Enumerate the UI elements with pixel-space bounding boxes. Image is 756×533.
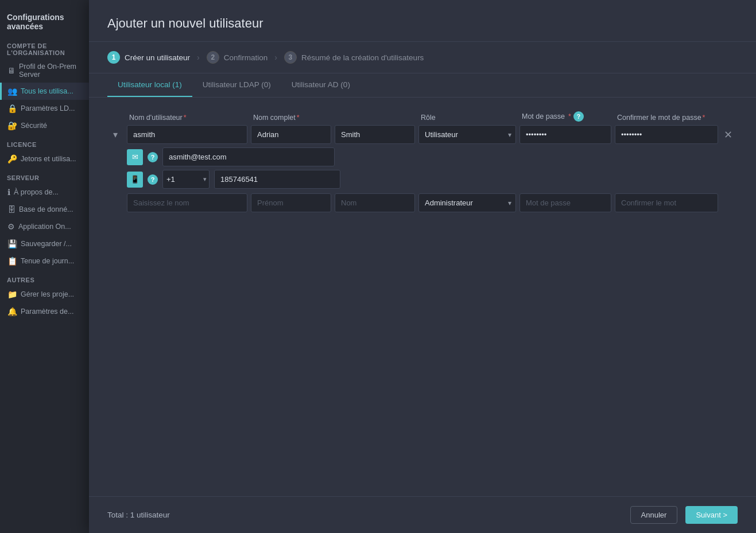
- phone-input[interactable]: [214, 170, 340, 189]
- sidebar-item-users[interactable]: 👥 Tous les utilisa...: [0, 83, 89, 100]
- logs-icon: 📋: [7, 256, 17, 266]
- sidebar-item-projects[interactable]: 📁 Gérer les proje...: [0, 286, 89, 303]
- database-icon: 🗄: [7, 205, 15, 214]
- sidebar-item-tokens-label: Jetons et utilisa...: [21, 155, 76, 163]
- password-input[interactable]: [519, 125, 611, 144]
- bell-icon: 🔔: [7, 307, 17, 316]
- sidebar-app-title: Configurations avancées: [0, 6, 89, 36]
- username-input-empty[interactable]: [127, 193, 247, 212]
- step-arrow-1: ›: [197, 53, 200, 62]
- role-select[interactable]: Utilisateur Administrateur: [418, 125, 516, 144]
- password-input-empty[interactable]: [519, 193, 611, 212]
- phone-icon: 📱: [127, 172, 143, 188]
- sidebar-section-autres: Autres: [0, 270, 89, 286]
- folder-icon: 📁: [7, 290, 17, 299]
- sidebar-item-database[interactable]: 🗄 Base de donné...: [0, 201, 89, 218]
- sidebar-item-backup-label: Sauvegarder /...: [21, 240, 72, 248]
- sidebar-item-ldap[interactable]: 🔒 Paramètres LD...: [0, 100, 89, 117]
- step-2-num: 2: [207, 51, 219, 64]
- col-header-password: Mot de passe* ?: [519, 111, 611, 122]
- confirm-password-input[interactable]: [615, 125, 718, 144]
- sidebar-item-notifications-label: Paramètres de...: [21, 308, 73, 316]
- step-arrow-2: ›: [274, 53, 277, 62]
- user-row-1: ▾ Utilisateur Administrateur ✕: [107, 125, 738, 144]
- lastname-input[interactable]: [335, 125, 415, 144]
- modal: Ajouter un nouvel utilisateur 1 Créer un…: [89, 0, 756, 533]
- sidebar-item-about[interactable]: ℹ À propos de...: [0, 184, 89, 201]
- step-3-num: 3: [284, 51, 297, 64]
- sidebar-item-application-label: Application On...: [18, 223, 71, 231]
- step-1-label: Créer un utilisateur: [125, 53, 190, 62]
- modal-footer: Total : 1 utilisateur Annuler Suivant >: [89, 496, 756, 533]
- email-input[interactable]: [162, 147, 335, 166]
- tab-local-user[interactable]: Utilisateur local (1): [107, 73, 192, 97]
- email-icon: ✉: [127, 149, 143, 165]
- sidebar-item-database-label: Base de donné...: [19, 205, 73, 213]
- sidebar-item-security[interactable]: 🔐 Sécurité: [0, 117, 89, 134]
- token-icon: 🔑: [7, 154, 17, 164]
- tab-ad-user[interactable]: Utilisateur AD (0): [281, 73, 360, 97]
- email-sub-row: ✉ ?: [107, 147, 738, 166]
- col-header-firstname: Nom complet*: [251, 114, 331, 122]
- role-select-empty-wrap: Administrateur Utilisateur: [418, 193, 516, 212]
- sidebar-item-application[interactable]: ⚙ Application On...: [0, 218, 89, 235]
- password-help-icon[interactable]: ?: [573, 111, 584, 122]
- tab-ldap-user[interactable]: Utilisateur LDAP (0): [192, 73, 281, 97]
- sidebar-item-ldap-label: Paramètres LD...: [21, 104, 75, 112]
- lastname-input-empty[interactable]: [335, 193, 415, 212]
- sidebar-item-profile[interactable]: 🖥 Profil de On-Prem Server: [0, 59, 89, 83]
- sidebar-item-profile-label: Profil de On-Prem Server: [19, 63, 83, 79]
- ldap-icon: 🔒: [7, 104, 17, 113]
- sidebar-section-licence: Licence: [0, 134, 89, 150]
- users-icon: 👥: [7, 87, 17, 96]
- main-content: Compte de l'organisation Tous les utilis…: [89, 0, 756, 533]
- sidebar-item-about-label: À propos de...: [14, 188, 59, 196]
- security-icon: 🔐: [7, 121, 17, 130]
- step-3: 3 Résumé de la création d'utilisateurs: [284, 51, 424, 64]
- sidebar-item-logs-label: Tenue de journ...: [21, 257, 74, 265]
- sidebar-section-server: Serveur: [0, 168, 89, 184]
- column-headers: Nom d'utilisateur* Nom complet* Rôle Mot…: [107, 111, 738, 122]
- role-select-empty[interactable]: Administrateur Utilisateur: [418, 193, 516, 212]
- confirm-password-input-empty[interactable]: [615, 193, 718, 212]
- server-icon: 🖥: [7, 66, 15, 75]
- sidebar-item-security-label: Sécurité: [21, 122, 47, 130]
- col-header-confirm-password: Confirmer le mot de passe*: [615, 114, 718, 122]
- role-select-wrap: Utilisateur Administrateur: [418, 125, 516, 144]
- backup-icon: 💾: [7, 239, 17, 248]
- col-header-username: Nom d'utilisateur*: [127, 114, 247, 122]
- username-input[interactable]: [127, 125, 247, 144]
- phone-prefix-select[interactable]: +1 +33 +44: [163, 170, 203, 188]
- email-help-icon[interactable]: ?: [148, 152, 158, 162]
- step-3-label: Résumé de la création d'utilisateurs: [301, 53, 424, 62]
- phone-help-icon[interactable]: ?: [148, 174, 158, 185]
- step-1-num: 1: [107, 51, 120, 64]
- sidebar-item-logs[interactable]: 📋 Tenue de journ...: [0, 252, 89, 270]
- row-toggle-button[interactable]: ▾: [111, 127, 120, 142]
- sidebar-item-notifications[interactable]: 🔔 Paramètres de...: [0, 303, 89, 320]
- sidebar-section-org: Compte de l'organisation: [0, 36, 89, 59]
- phone-prefix-wrap: +1 +33 +44 ▾: [162, 170, 210, 189]
- modal-header: Ajouter un nouvel utilisateur: [89, 0, 756, 42]
- firstname-input[interactable]: [251, 125, 331, 144]
- stepper: 1 Créer un utilisateur › 2 Confirmation …: [89, 42, 756, 73]
- firstname-input-empty[interactable]: [251, 193, 331, 212]
- form-area: Nom d'utilisateur* Nom complet* Rôle Mot…: [89, 98, 756, 496]
- total-label: Total : 1 utilisateur: [107, 511, 170, 519]
- step-2-label: Confirmation: [224, 53, 268, 62]
- info-icon: ℹ: [7, 188, 10, 197]
- sidebar-item-tokens[interactable]: 🔑 Jetons et utilisa...: [0, 150, 89, 168]
- col-header-role: Rôle: [418, 114, 516, 122]
- delete-row-button[interactable]: ✕: [722, 126, 745, 143]
- sidebar: Configurations avancées Compte de l'orga…: [0, 0, 89, 533]
- sidebar-item-users-label: Tous les utilisa...: [21, 87, 73, 95]
- next-button[interactable]: Suivant >: [685, 506, 738, 524]
- modal-overlay: Ajouter un nouvel utilisateur 1 Créer un…: [89, 0, 756, 533]
- cancel-button[interactable]: Annuler: [630, 506, 678, 524]
- step-2: 2 Confirmation: [207, 51, 268, 64]
- sidebar-item-backup[interactable]: 💾 Sauvegarder /...: [0, 235, 89, 252]
- phone-sub-row: 📱 ? +1 +33 +44 ▾: [107, 170, 738, 189]
- sidebar-item-projects-label: Gérer les proje...: [21, 290, 74, 298]
- user-row-empty: Administrateur Utilisateur: [107, 193, 738, 212]
- phone-prefix-arrow: ▾: [203, 176, 209, 183]
